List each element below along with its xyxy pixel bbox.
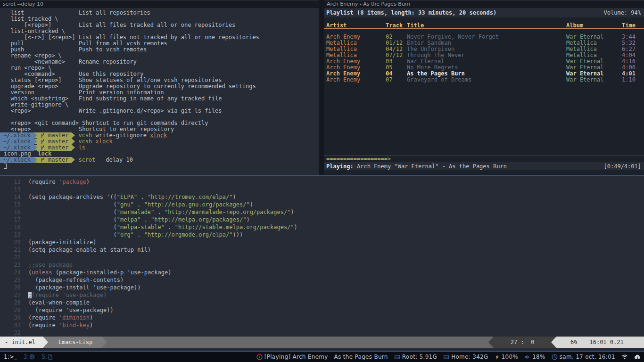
terminal-line: <repo> Write .gitignore.d/<repo> via git… (4, 108, 319, 114)
playback-time: [0:49/4:01] (604, 163, 641, 170)
command-text: vcsh (78, 132, 95, 139)
code-token: (eval-when-compile (28, 299, 90, 306)
terminal-content[interactable]: list List all repositories list-tracked … (0, 8, 319, 175)
line-number: 19 (0, 231, 21, 239)
code-token: ( (28, 209, 117, 215)
code-line: 18 ("melpa-stable" . "http://stable.melp… (0, 223, 644, 231)
powerline-arrow-icon (43, 337, 48, 348)
terminal-titlebar[interactable]: scrot --delay 10 (0, 0, 319, 8)
code-token: (package-initialize) (28, 239, 97, 246)
clock-icon (552, 354, 558, 360)
modeline-time-load: 16:01 0.21 (589, 339, 623, 346)
code-line: 13 (0, 186, 644, 193)
code-text: ("gnu" . "http://elpa.gnu.org/packages/"… (28, 201, 253, 208)
code-token: ) (294, 224, 297, 230)
code-token: ) (290, 209, 294, 215)
status-item[interactable]: 100% (495, 354, 519, 360)
workspace-button[interactable]: 5: (41, 354, 53, 360)
line-number: 30 (0, 314, 21, 321)
powerline-separator-icon (72, 139, 75, 144)
playlist-column-headers: Artist Track Title Album Time (324, 22, 644, 29)
desktop: scrot --delay 10 list List all repositor… (0, 0, 644, 362)
powerline-arrow-icon (551, 337, 556, 348)
playlist-summary: Playlist (8 items, length: 33 minutes, 2… (326, 9, 496, 16)
playlist-rows: Arch Enemy02Never Forgive, Never ForgetW… (324, 34, 644, 83)
code-token: . (137, 194, 148, 200)
emacs-buffer[interactable]: 12(require 'package)1314(setq package-ar… (0, 176, 644, 337)
status-item-text: sam. 17 oct. 16:01 (560, 354, 615, 360)
status-item[interactable] (621, 354, 628, 360)
status-item-text: 100% (502, 354, 519, 360)
code-line: 15 ("gnu" . "http://elpa.gnu.org/package… (0, 201, 644, 208)
code-token: ) (233, 194, 236, 200)
terminal-title: scrot --delay 10 (3, 1, 43, 7)
command-text: vcsh (78, 138, 95, 145)
line-number: 23 (0, 261, 21, 269)
code-line: 30(require 'diminish) (0, 314, 644, 321)
playlist-row[interactable]: Arch Enemy07Graveyard of DreamsWar Etern… (324, 77, 644, 83)
status-item[interactable]: [Playing] Arch Enemy - As the Pages Burn (256, 354, 388, 360)
progress-bar[interactable]: ==================> (324, 156, 644, 162)
workspace-button[interactable]: 3: (24, 354, 35, 360)
command-text: ls (78, 144, 85, 151)
workspace-label: 3: (24, 354, 29, 360)
status-item[interactable] (634, 354, 641, 360)
play-icon (256, 354, 263, 360)
emacs-window[interactable]: 12(require 'package)1314(setq package-ar… (0, 175, 644, 352)
now-playing-bar: Playing: Arch Enemy "War Eternal" - As t… (324, 162, 644, 170)
code-text: (eval-when-compile (28, 299, 90, 306)
code-token: (require 'use-package)) (28, 307, 114, 313)
terminal-cursor (4, 164, 7, 169)
code-line: 32 (0, 329, 644, 337)
status-item-text: [Playing] Arch Enemy - As the Pages Burn (264, 354, 388, 360)
prompt-command: scrot --delay 10 (78, 157, 133, 163)
code-token: . (134, 231, 144, 238)
command-text: icon.png (4, 150, 38, 157)
window-divider[interactable] (319, 0, 324, 175)
status-item[interactable]: Home: 342G (443, 354, 488, 360)
cloud-icon (634, 354, 641, 360)
code-token: unless (32, 269, 52, 276)
code-text: (setq package-archives '(("ELPA" . "http… (28, 193, 236, 201)
line-number: 29 (0, 306, 21, 314)
code-token: ;;use package (28, 262, 73, 268)
modeline-spacer (107, 337, 488, 348)
code-token: "http://marmalade-repo.org/packages/" (165, 209, 290, 215)
code-token: "ELPA" (117, 194, 137, 200)
player-bottom-strip (324, 170, 644, 175)
status-item[interactable]: Root: 5,91G (394, 354, 437, 360)
status-item[interactable]: 18% (524, 354, 545, 360)
terminal-window[interactable]: scrot --delay 10 list List all repositor… (0, 0, 319, 175)
code-text: ("melpa" . "http://melpa.org/packages/") (28, 216, 250, 223)
command-text: xlock (96, 138, 113, 145)
playing-status-label: Playing: (326, 163, 354, 170)
code-token: . (140, 216, 151, 223)
line-number: 17 (0, 216, 21, 223)
code-text: (require 'package) (28, 178, 90, 186)
code-line: 16 ("marmalade" . "http://marmalade-repo… (0, 208, 644, 216)
player-titlebar[interactable]: Arch Enemy - As the Pages Burn (324, 0, 644, 8)
line-number: 14 (0, 193, 21, 201)
status-item[interactable]: sam. 17 oct. 16:01 (552, 354, 615, 360)
code-line: 26 (package-install 'use-package)) (0, 284, 644, 291)
code-token: ))) (233, 231, 243, 238)
playlist-cell: 07 (386, 77, 407, 83)
disk-icon (394, 354, 400, 360)
code-line: 25 (package-refresh-contents) (0, 276, 644, 284)
code-line: 14(setq package-archives '(("ELPA" . "ht… (0, 193, 644, 201)
disk-icon (443, 354, 449, 360)
music-player-window[interactable]: Arch Enemy - As the Pages Burn Playlist … (324, 0, 644, 175)
player-content: Playlist (8 items, length: 33 minutes, 2… (324, 8, 644, 175)
powerline-arrow-icon (488, 337, 494, 348)
status-item-text: Root: 5,91G (402, 354, 437, 360)
modeline-major-mode[interactable]: Emacs-Lisp (48, 337, 102, 348)
code-text: (require 'bind-key) (28, 321, 93, 329)
workspace-button[interactable]: 1:>_ (4, 354, 17, 360)
code-token: (package-refresh-contents) (28, 277, 124, 283)
powerline-separator-icon (72, 157, 75, 163)
code-text: (package-install 'use-package)) (28, 284, 140, 291)
terminal-cursor-line (4, 163, 319, 169)
volume-indicator: Volume: 94% (604, 9, 641, 16)
modeline-buffer-name: - init.el (0, 337, 43, 348)
powerline-separator-icon (34, 157, 37, 163)
